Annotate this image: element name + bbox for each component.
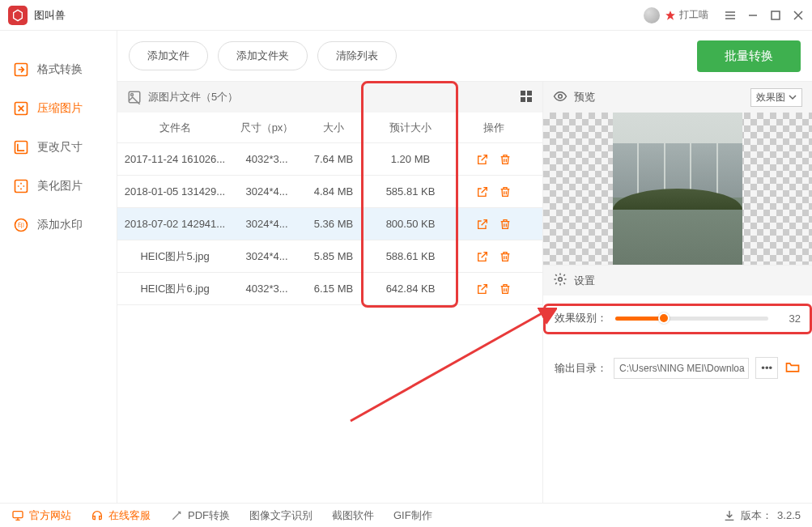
preview-image (543, 113, 812, 265)
open-icon[interactable] (475, 282, 490, 296)
preview-mode-select[interactable]: 效果图 (750, 88, 802, 107)
clear-list-button[interactable]: 清除列表 (317, 41, 397, 70)
table-row[interactable]: HEIC图片5.jpg 3024*4... 5.85 MB 588.61 KB (117, 240, 542, 273)
table-header: 文件名 尺寸（px） 大小 预计大小 操作 (117, 113, 542, 143)
status-support[interactable]: 在线客服 (91, 508, 151, 523)
svg-text:印: 印 (18, 221, 24, 229)
wand-icon (170, 509, 183, 522)
delete-icon[interactable] (498, 217, 512, 232)
grid-view-icon[interactable] (520, 90, 533, 105)
toolbar: 添加文件 添加文件夹 清除列表 批量转换 (117, 31, 812, 81)
filelist-panel: 源图片文件（5个） 文件名 尺寸（px） 大小 预计大小 操作 2017-11-… (117, 82, 543, 503)
beautify-icon (13, 178, 29, 194)
status-gif[interactable]: GIF制作 (393, 508, 432, 523)
status-screenshot[interactable]: 截图软件 (332, 508, 374, 523)
app-logo (8, 6, 28, 25)
svg-rect-12 (527, 97, 532, 102)
output-label: 输出目录： (555, 361, 607, 376)
avatar[interactable] (644, 7, 660, 23)
output-path-field[interactable]: C:\Users\NING MEI\Downloa (614, 358, 749, 379)
eye-icon (553, 89, 568, 106)
titlebar: 图叫兽 打工喵 (0, 0, 812, 31)
status-website[interactable]: 官方网站 (11, 508, 71, 523)
status-version[interactable]: 版本：3.2.5 (723, 508, 801, 523)
svg-point-13 (559, 94, 563, 98)
compress-icon (13, 100, 29, 117)
delete-icon[interactable] (498, 152, 512, 167)
settings-header: 设置 (543, 265, 812, 295)
maximize-button[interactable] (770, 10, 781, 21)
open-icon[interactable] (475, 185, 490, 199)
more-button[interactable]: ••• (755, 357, 778, 379)
sidebar-item-watermark[interactable]: 印 添加水印 (0, 206, 117, 244)
app-title: 图叫兽 (34, 8, 66, 23)
svg-rect-11 (521, 97, 525, 102)
svg-point-8 (131, 94, 134, 96)
svg-rect-3 (15, 142, 28, 154)
folder-icon[interactable] (784, 359, 801, 377)
delete-icon[interactable] (498, 282, 512, 296)
filelist-header: 源图片文件（5个） (117, 82, 542, 113)
sidebar-item-label: 更改尺寸 (37, 140, 83, 155)
col-name: 文件名 (117, 121, 232, 135)
add-file-button[interactable]: 添加文件 (129, 41, 208, 70)
download-icon (723, 509, 736, 522)
delete-icon[interactable] (498, 249, 512, 264)
menu-button[interactable] (725, 10, 736, 21)
quality-slider[interactable] (615, 310, 768, 326)
sidebar-item-compress[interactable]: 压缩图片 (0, 89, 117, 128)
filelist-title: 源图片文件（5个） (148, 90, 238, 104)
premium-icon (665, 10, 676, 21)
gear-icon (553, 272, 568, 289)
preview-label: 预览 (574, 90, 595, 104)
user-name[interactable]: 打工喵 (679, 8, 708, 22)
table-row[interactable]: 2018-07-02 142941... 3024*4... 5.36 MB 8… (117, 208, 542, 240)
sidebar-item-label: 压缩图片 (37, 101, 83, 116)
svg-rect-0 (772, 11, 780, 19)
minimize-button[interactable] (747, 10, 759, 21)
settings-label: 设置 (574, 274, 595, 288)
close-button[interactable] (793, 10, 804, 21)
svg-rect-4 (15, 181, 28, 193)
sidebar-item-beautify[interactable]: 美化图片 (0, 167, 117, 206)
delete-icon[interactable] (498, 185, 512, 199)
open-icon[interactable] (475, 152, 490, 167)
sidebar: 格式转换 压缩图片 更改尺寸 美化图片 印 添加水印 (0, 31, 117, 503)
file-table: 文件名 尺寸（px） 大小 预计大小 操作 2017-11-24 161026.… (117, 113, 542, 305)
col-ops: 操作 (455, 121, 532, 135)
svg-point-14 (559, 278, 563, 282)
col-bytes: 大小 (301, 121, 366, 135)
statusbar: 官方网站 在线客服 PDF转换 图像文字识别 截图软件 GIF制作 版本：3.2… (0, 503, 812, 527)
open-icon[interactable] (475, 217, 490, 232)
monitor-icon (11, 509, 24, 522)
svg-rect-16 (13, 511, 23, 517)
chevron-down-icon (789, 93, 797, 101)
table-row[interactable]: 2017-11-24 161026... 4032*3... 7.64 MB 1… (117, 143, 542, 176)
svg-rect-10 (527, 91, 532, 96)
status-pdf[interactable]: PDF转换 (170, 508, 230, 523)
svg-rect-7 (129, 91, 140, 103)
quality-label: 效果级别： (555, 311, 607, 325)
right-panel: 预览 效果图 设置 (543, 82, 812, 503)
headset-icon (91, 509, 104, 522)
svg-rect-9 (521, 91, 525, 96)
sidebar-item-resize[interactable]: 更改尺寸 (0, 128, 117, 167)
sidebar-item-format[interactable]: 格式转换 (0, 50, 117, 89)
col-size: 尺寸（px） (232, 121, 301, 135)
preview-header: 预览 效果图 (543, 82, 812, 113)
sidebar-item-label: 格式转换 (37, 62, 83, 77)
col-est: 预计大小 (366, 121, 455, 135)
image-icon (127, 90, 142, 104)
open-icon[interactable] (475, 249, 490, 264)
status-ocr[interactable]: 图像文字识别 (249, 508, 312, 523)
resize-icon (13, 139, 29, 155)
quality-value: 32 (776, 312, 801, 325)
add-folder-button[interactable]: 添加文件夹 (218, 41, 308, 70)
table-row[interactable]: 2018-01-05 131429... 3024*4... 4.84 MB 5… (117, 176, 542, 208)
table-row[interactable]: HEIC图片6.jpg 4032*3... 6.15 MB 642.84 KB (117, 273, 542, 305)
sidebar-item-label: 添加水印 (37, 218, 83, 232)
batch-convert-button[interactable]: 批量转换 (697, 40, 801, 72)
watermark-icon: 印 (13, 217, 29, 233)
sidebar-item-label: 美化图片 (37, 179, 83, 193)
format-icon (13, 62, 29, 78)
